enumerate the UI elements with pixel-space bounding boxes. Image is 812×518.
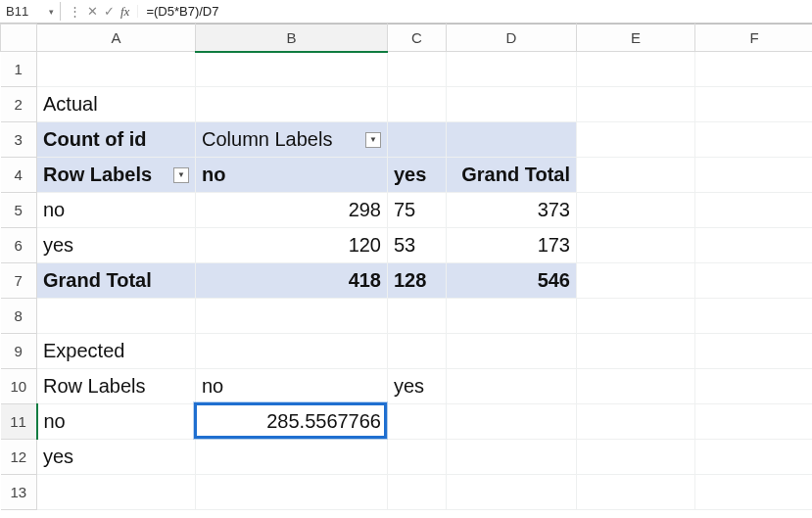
row-header[interactable]: 3 bbox=[1, 122, 37, 158]
cell-E13[interactable] bbox=[577, 475, 695, 510]
cell-B2[interactable] bbox=[196, 87, 388, 122]
cell-B1[interactable] bbox=[196, 52, 388, 87]
cell-A2[interactable]: Actual bbox=[37, 87, 196, 122]
cell-C2[interactable] bbox=[388, 87, 447, 122]
cell-E4[interactable] bbox=[577, 158, 695, 193]
cell-B8[interactable] bbox=[196, 299, 388, 334]
cell-E2[interactable] bbox=[577, 87, 695, 122]
cell-A5[interactable]: no bbox=[37, 193, 196, 228]
cell-A8[interactable] bbox=[37, 299, 196, 334]
cell-B10[interactable]: no bbox=[196, 369, 388, 404]
cell-D6[interactable]: 173 bbox=[447, 228, 577, 263]
col-header-E[interactable]: E bbox=[577, 24, 695, 52]
cell-D12[interactable] bbox=[447, 440, 577, 475]
cell-C12[interactable] bbox=[388, 440, 447, 475]
cell-D1[interactable] bbox=[447, 52, 577, 87]
select-all-corner[interactable] bbox=[1, 24, 37, 52]
cell-F3[interactable] bbox=[695, 122, 813, 158]
cell-E10[interactable] bbox=[577, 369, 695, 404]
cell-C1[interactable] bbox=[388, 52, 447, 87]
cell-B13[interactable] bbox=[196, 475, 388, 510]
cell-D5[interactable]: 373 bbox=[447, 193, 577, 228]
cell-B5[interactable]: 298 bbox=[196, 193, 388, 228]
cell-F2[interactable] bbox=[695, 87, 813, 122]
cell-D7[interactable]: 546 bbox=[447, 263, 577, 299]
cell-D9[interactable] bbox=[447, 334, 577, 369]
cell-A1[interactable] bbox=[37, 52, 196, 87]
cell-E8[interactable] bbox=[577, 299, 695, 334]
row-header[interactable]: 2 bbox=[1, 87, 37, 122]
cell-C11[interactable] bbox=[388, 404, 447, 440]
cell-F8[interactable] bbox=[695, 299, 813, 334]
fx-icon[interactable]: fx bbox=[120, 5, 129, 18]
cell-C3[interactable] bbox=[388, 122, 447, 158]
cell-D4[interactable]: Grand Total bbox=[447, 158, 577, 193]
row-header[interactable]: 6 bbox=[1, 228, 37, 263]
cell-A13[interactable] bbox=[37, 475, 196, 510]
row-header[interactable]: 8 bbox=[1, 299, 37, 334]
cell-E12[interactable] bbox=[577, 440, 695, 475]
col-header-D[interactable]: D bbox=[447, 24, 577, 52]
row-header[interactable]: 9 bbox=[1, 334, 37, 369]
confirm-icon[interactable]: ✓ bbox=[104, 5, 115, 18]
filter-icon[interactable]: ▼ bbox=[173, 167, 189, 183]
name-box-dropdown-icon[interactable]: ▾ bbox=[49, 7, 54, 17]
cell-B7[interactable]: 418 bbox=[196, 263, 388, 299]
row-header[interactable]: 5 bbox=[1, 193, 37, 228]
cell-D2[interactable] bbox=[447, 87, 577, 122]
cell-B6[interactable]: 120 bbox=[196, 228, 388, 263]
cell-E6[interactable] bbox=[577, 228, 695, 263]
row-header[interactable]: 12 bbox=[1, 440, 37, 475]
row-header[interactable]: 10 bbox=[1, 369, 37, 404]
cell-D3[interactable] bbox=[447, 122, 577, 158]
cell-A10[interactable]: Row Labels bbox=[37, 369, 196, 404]
cell-F6[interactable] bbox=[695, 228, 813, 263]
cell-C10[interactable]: yes bbox=[388, 369, 447, 404]
cell-E3[interactable] bbox=[577, 122, 695, 158]
cell-F13[interactable] bbox=[695, 475, 813, 510]
cell-B3[interactable]: Column Labels▼ bbox=[196, 122, 388, 158]
cell-F11[interactable] bbox=[695, 404, 813, 440]
cell-C9[interactable] bbox=[388, 334, 447, 369]
row-header[interactable]: 13 bbox=[1, 475, 37, 510]
row-header[interactable]: 4 bbox=[1, 158, 37, 193]
cell-F12[interactable] bbox=[695, 440, 813, 475]
col-header-C[interactable]: C bbox=[388, 24, 447, 52]
cell-C8[interactable] bbox=[388, 299, 447, 334]
filter-icon[interactable]: ▼ bbox=[365, 132, 381, 148]
cell-A3[interactable]: Count of id bbox=[37, 122, 196, 158]
cell-D8[interactable] bbox=[447, 299, 577, 334]
cell-C5[interactable]: 75 bbox=[388, 193, 447, 228]
cancel-icon[interactable]: ✕ bbox=[87, 5, 98, 18]
cell-B11[interactable]: 285.5567766 bbox=[196, 404, 388, 440]
cell-D11[interactable] bbox=[447, 404, 577, 440]
cell-C13[interactable] bbox=[388, 475, 447, 510]
spreadsheet-grid[interactable]: A B C D E F 1 2 Actual 3 Count of id Col… bbox=[0, 24, 812, 510]
row-header[interactable]: 1 bbox=[1, 52, 37, 87]
cell-A6[interactable]: yes bbox=[37, 228, 196, 263]
cell-F1[interactable] bbox=[695, 52, 813, 87]
col-header-F[interactable]: F bbox=[695, 24, 813, 52]
cell-E11[interactable] bbox=[577, 404, 695, 440]
row-header[interactable]: 11 bbox=[1, 404, 37, 440]
col-header-B[interactable]: B bbox=[196, 24, 388, 52]
cell-C4[interactable]: yes bbox=[388, 158, 447, 193]
cell-A11[interactable]: no bbox=[37, 404, 196, 440]
cell-D13[interactable] bbox=[447, 475, 577, 510]
cell-A4[interactable]: Row Labels▼ bbox=[37, 158, 196, 193]
cell-C6[interactable]: 53 bbox=[388, 228, 447, 263]
formula-input[interactable]: =(D5*B7)/D7 bbox=[138, 2, 812, 21]
cell-A7[interactable]: Grand Total bbox=[37, 263, 196, 299]
cell-A9[interactable]: Expected bbox=[37, 334, 196, 369]
cell-E1[interactable] bbox=[577, 52, 695, 87]
row-header[interactable]: 7 bbox=[1, 263, 37, 299]
cell-F4[interactable] bbox=[695, 158, 813, 193]
name-box[interactable]: B11 ▾ bbox=[0, 2, 61, 21]
cell-E5[interactable] bbox=[577, 193, 695, 228]
cell-E9[interactable] bbox=[577, 334, 695, 369]
cell-B9[interactable] bbox=[196, 334, 388, 369]
cell-B12[interactable] bbox=[196, 440, 388, 475]
cell-A12[interactable]: yes bbox=[37, 440, 196, 475]
cell-D10[interactable] bbox=[447, 369, 577, 404]
cell-F5[interactable] bbox=[695, 193, 813, 228]
